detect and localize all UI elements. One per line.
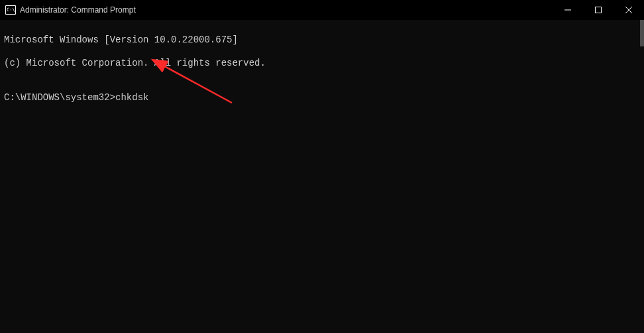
cmd-icon: C:\ (5, 5, 16, 15)
vertical-scrollbar[interactable] (640, 20, 644, 46)
copyright-line: (c) Microsoft Corporation. All rights re… (4, 58, 640, 70)
prompt-line: C:\WINDOWS\system32>chkdsk (4, 92, 640, 104)
terminal-output[interactable]: Microsoft Windows [Version 10.0.22000.67… (0, 20, 644, 333)
version-line: Microsoft Windows [Version 10.0.22000.67… (4, 34, 640, 46)
minimize-button[interactable] (553, 0, 583, 20)
prompt-path: C:\WINDOWS\system32> (4, 92, 115, 104)
close-button[interactable] (614, 0, 644, 20)
svg-rect-4 (596, 7, 602, 13)
svg-text:C:\: C:\ (7, 7, 15, 13)
typed-command: chkdsk (115, 92, 148, 104)
maximize-button[interactable] (583, 0, 614, 20)
titlebar-left: C:\ Administrator: Command Prompt (5, 5, 136, 15)
window-controls (553, 0, 644, 20)
window-title: Administrator: Command Prompt (20, 5, 136, 15)
window-titlebar: C:\ Administrator: Command Prompt (0, 0, 644, 20)
